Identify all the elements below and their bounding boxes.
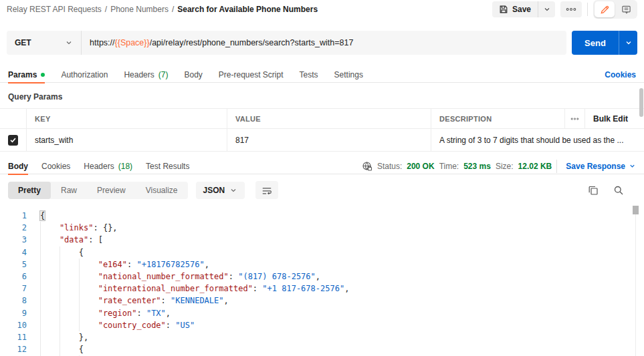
save-button[interactable]: Save bbox=[492, 1, 538, 17]
url-input[interactable]: https://{{Space}}/api/relay/rest/phone_n… bbox=[82, 31, 566, 55]
code-line: 3"data": [ bbox=[0, 234, 644, 246]
param-description-field[interactable]: A string of 3 to 7 digits that should be… bbox=[431, 129, 644, 151]
line-number: 6 bbox=[0, 271, 27, 283]
view-mode-preview[interactable]: Preview bbox=[87, 182, 136, 199]
tab-label: Headers bbox=[84, 162, 114, 171]
response-tab-body[interactable]: Body bbox=[8, 158, 28, 174]
chevron-down-icon bbox=[629, 162, 636, 170]
copy-response-button[interactable] bbox=[588, 185, 599, 196]
response-tab-cookies[interactable]: Cookies bbox=[41, 158, 70, 174]
code-line: 11}, bbox=[0, 331, 644, 343]
header-checkbox-cell bbox=[0, 109, 27, 128]
tab-settings[interactable]: Settings bbox=[334, 67, 363, 83]
wrap-text-button[interactable] bbox=[255, 181, 278, 199]
cookies-link[interactable]: Cookies bbox=[605, 70, 636, 79]
comment-icon bbox=[621, 5, 631, 15]
view-mode-pretty[interactable]: Pretty bbox=[8, 182, 51, 199]
send-options-caret[interactable] bbox=[619, 31, 637, 55]
response-body-code[interactable]: 1{2"links": {},3"data": [4{5"e164": "+18… bbox=[0, 204, 644, 356]
more-actions-button[interactable] bbox=[560, 1, 582, 17]
page-scrollbar-thumb[interactable] bbox=[639, 88, 643, 117]
line-number: 12 bbox=[0, 343, 27, 355]
code-scrollbar-thumb[interactable] bbox=[633, 206, 639, 214]
code-line: 8"rate_center": "KENNEDALE", bbox=[0, 295, 644, 307]
view-mode-segmented-control: Pretty Raw Preview Visualize bbox=[8, 182, 188, 199]
breadcrumb-collection[interactable]: Relay REST API Requests bbox=[7, 5, 102, 14]
line-number: 9 bbox=[0, 307, 27, 319]
code-line: 1{ bbox=[0, 210, 644, 222]
breadcrumb-separator: / bbox=[172, 5, 174, 14]
ellipsis-icon bbox=[570, 116, 579, 122]
comments-button[interactable] bbox=[616, 1, 636, 17]
view-mode-raw[interactable]: Raw bbox=[51, 182, 87, 199]
breadcrumb: Relay REST API Requests / Phone Numbers … bbox=[7, 5, 318, 14]
bulk-edit-button[interactable]: Bulk Edit bbox=[585, 109, 644, 128]
url-suffix: /api/relay/rest/phone_numbers/search?sta… bbox=[150, 38, 354, 47]
code-line: 9"region": "TX", bbox=[0, 307, 644, 319]
language-label: JSON bbox=[203, 186, 225, 195]
save-options-caret[interactable] bbox=[538, 1, 555, 17]
code-line: 5"e164": "+18176782576", bbox=[0, 258, 644, 271]
line-number: 8 bbox=[0, 295, 27, 307]
tab-label: Authorization bbox=[61, 70, 108, 79]
network-info-icon[interactable] bbox=[362, 161, 372, 172]
save-button-group: Save bbox=[492, 1, 555, 17]
tab-pre-request-script[interactable]: Pre-request Script bbox=[219, 67, 284, 83]
tab-label: Pre-request Script bbox=[219, 70, 284, 79]
line-number: 3 bbox=[0, 234, 27, 246]
save-response-label: Save Response bbox=[566, 162, 625, 171]
top-bar: Relay REST API Requests / Phone Numbers … bbox=[0, 0, 644, 19]
code-lines: 1{2"links": {},3"data": [4{5"e164": "+18… bbox=[0, 210, 644, 356]
url-environment-variable: {{Space}} bbox=[115, 38, 150, 47]
response-tab-headers[interactable]: Headers (18) bbox=[84, 158, 132, 174]
line-number: 5 bbox=[0, 258, 27, 271]
time-value: 523 ms bbox=[463, 162, 491, 171]
size-label: Size: bbox=[496, 162, 514, 171]
column-header-description: DESCRIPTION bbox=[431, 109, 565, 128]
send-button[interactable]: Send bbox=[572, 31, 619, 55]
request-tabs: Params Authorization Headers (7) Body Pr… bbox=[0, 67, 644, 83]
tab-authorization[interactable]: Authorization bbox=[61, 67, 108, 83]
response-viewer-toolbar: Pretty Raw Preview Visualize JSON bbox=[0, 174, 644, 204]
size-value: 12.02 KB bbox=[518, 162, 552, 171]
tab-label: Test Results bbox=[146, 162, 189, 171]
view-mode-visualize[interactable]: Visualize bbox=[136, 182, 188, 199]
response-tab-test-results[interactable]: Test Results bbox=[146, 158, 189, 174]
method-label: GET bbox=[15, 38, 31, 47]
tab-label: Settings bbox=[334, 70, 363, 79]
request-url-row: GET https://{{Space}}/api/relay/rest/pho… bbox=[0, 19, 644, 55]
line-number: 11 bbox=[0, 331, 27, 343]
response-tabs: Body Cookies Headers (18) Test Results bbox=[8, 158, 189, 174]
ellipsis-icon bbox=[566, 5, 576, 14]
query-params-table: KEY VALUE DESCRIPTION Bulk Edit starts_w… bbox=[0, 108, 644, 152]
tab-tests[interactable]: Tests bbox=[300, 67, 318, 83]
breadcrumb-folder[interactable]: Phone Numbers bbox=[110, 5, 169, 14]
query-params-header-row: KEY VALUE DESCRIPTION Bulk Edit bbox=[0, 109, 644, 129]
save-button-label: Save bbox=[512, 5, 531, 14]
method-select[interactable]: GET bbox=[7, 31, 82, 55]
status-label: Status: bbox=[377, 162, 402, 171]
params-more-options-button[interactable] bbox=[565, 109, 585, 128]
tab-params[interactable]: Params bbox=[8, 67, 45, 83]
param-enabled-checkbox[interactable] bbox=[8, 135, 18, 146]
column-header-value: VALUE bbox=[227, 109, 431, 128]
language-select[interactable]: JSON bbox=[196, 182, 245, 199]
chevron-down-icon bbox=[543, 5, 551, 13]
chevron-down-icon bbox=[229, 186, 237, 194]
tab-body[interactable]: Body bbox=[184, 67, 202, 83]
pencil-icon bbox=[600, 5, 610, 15]
tab-headers[interactable]: Headers (7) bbox=[124, 67, 168, 83]
edit-mode-button[interactable] bbox=[595, 1, 615, 17]
tab-count: (18) bbox=[118, 162, 132, 171]
column-header-key: KEY bbox=[27, 109, 227, 128]
breadcrumb-request-title: Search for Available Phone Numbers bbox=[177, 5, 318, 14]
line-number: 7 bbox=[0, 283, 27, 295]
search-response-button[interactable] bbox=[613, 185, 624, 196]
param-key-field[interactable]: starts_with bbox=[27, 129, 227, 151]
tab-label: Params bbox=[8, 70, 37, 79]
save-response-button[interactable]: Save Response bbox=[566, 162, 636, 171]
param-value-field[interactable]: 817 bbox=[227, 129, 431, 151]
tab-label: Tests bbox=[300, 70, 318, 79]
code-line: 2"links": {}, bbox=[0, 222, 644, 234]
right-panel-toggle-group bbox=[593, 0, 637, 19]
